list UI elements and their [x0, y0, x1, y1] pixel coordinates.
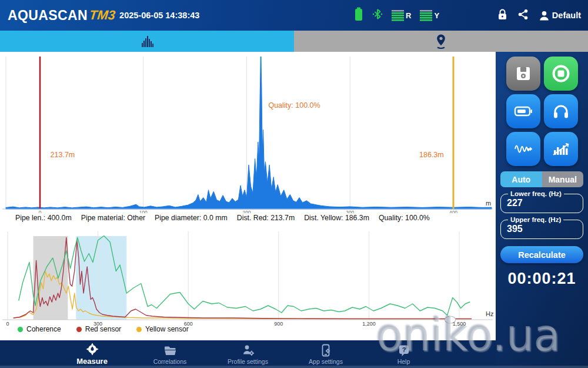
freq-mode-toggle: Auto Manual — [500, 171, 583, 187]
floppy-icon — [515, 65, 532, 82]
correlation-chart[interactable]: 0100200300400213.7mQuality: 100.0%186.3m… — [0, 53, 496, 213]
user-icon — [539, 10, 550, 21]
red-sensor-dot-icon — [76, 327, 82, 332]
nav-label-profile-settings: Profile settings — [228, 358, 268, 365]
nav-label-correlations: Correlations — [153, 358, 187, 365]
bars-icon — [552, 141, 570, 157]
legend-item-red-sensor: Red sensor — [76, 325, 121, 333]
svg-text:300: 300 — [346, 210, 354, 213]
pipe-info-bar: Pipe len.: 400.0m Pipe material: Other P… — [0, 213, 496, 223]
lower-freq-field[interactable]: Lower freq. (Hz) 227 — [500, 190, 583, 213]
header-actions: Default — [497, 0, 581, 31]
histogram-icon — [138, 35, 156, 48]
battery-icon — [354, 6, 363, 24]
nav-item-correlations[interactable]: Correlations — [132, 340, 208, 368]
headphones-icon — [552, 103, 570, 120]
nav-label-help: Help — [397, 358, 410, 365]
signal-y-label: Y — [434, 11, 439, 20]
svg-text:?: ? — [402, 346, 406, 353]
measure-icon — [86, 343, 99, 356]
battery-icon — [514, 105, 533, 117]
main-content: 0100200300400213.7mQuality: 100.0%186.3m… — [0, 52, 496, 368]
upper-freq-label: Upper freq. (Hz) — [508, 216, 563, 223]
coherence-chart[interactable]: 03006009001,2001,500Hz — [0, 224, 496, 327]
pipe-diameter-value: Pipe diameter: 0.0 mm — [155, 214, 228, 222]
svg-text:m: m — [486, 200, 491, 207]
save-button[interactable] — [506, 57, 540, 91]
distance-yellow-value: Dist. Yellow: 186.3m — [304, 214, 369, 222]
lower-freq-label: Lower freq. (Hz) — [508, 190, 564, 197]
home-indicator — [0, 366, 588, 368]
lock-icon[interactable] — [497, 8, 507, 23]
help-bubble-icon: ? — [397, 344, 410, 357]
brand-logo: AQUASCAN — [8, 8, 88, 24]
nav-label-app-settings: App settings — [309, 358, 343, 365]
svg-text:0: 0 — [39, 210, 42, 213]
signal-r-label: R — [406, 11, 411, 20]
svg-text:Quality: 100.0%: Quality: 100.0% — [268, 101, 320, 110]
lower-freq-value[interactable]: 227 — [507, 198, 577, 208]
wave-icon — [514, 141, 533, 157]
signal-y-indicator: Y — [420, 9, 439, 21]
svg-text:1,200: 1,200 — [362, 321, 376, 327]
user-gear-icon — [242, 344, 255, 357]
brand-suffix-logo: TM3 — [89, 8, 116, 23]
filter-button[interactable] — [506, 132, 540, 166]
datetime-label: 2025-06-05 14:38:43 — [119, 11, 199, 20]
stop-icon — [551, 64, 571, 84]
svg-text:400: 400 — [449, 210, 457, 213]
folder-icon — [163, 344, 177, 357]
svg-text:100: 100 — [139, 210, 148, 213]
upper-freq-value[interactable]: 395 — [507, 224, 577, 234]
nav-item-profile-settings[interactable]: Profile settings — [210, 340, 286, 368]
app-root: AQUASCAN TM3 2025-06-05 14:38:43 R Y — [0, 0, 588, 368]
svg-text:0: 0 — [6, 321, 9, 327]
bluetooth-icon — [372, 8, 383, 23]
pipe-length-value: Pipe len.: 400.0m — [15, 214, 72, 222]
legend-item-coherence: Coherence — [18, 325, 61, 333]
chart-legend: Coherence Red sensor Yellow sensor — [0, 325, 496, 333]
quality-value: Quality: 100.0% — [379, 214, 430, 222]
manual-mode-button[interactable]: Manual — [542, 171, 584, 187]
tab-location[interactable] — [294, 31, 588, 52]
battery-button[interactable] — [506, 94, 540, 128]
signal-r-indicator: R — [392, 9, 411, 21]
stop-button[interactable] — [544, 57, 578, 91]
sidebar-button-grid — [496, 52, 588, 166]
phone-gear-icon — [319, 344, 332, 357]
map-pin-icon — [435, 34, 447, 49]
control-sidebar: Auto Manual Lower freq. (Hz) 227 Upper f… — [496, 52, 588, 368]
share-icon[interactable] — [517, 9, 529, 22]
measurement-timer: 00:00:21 — [496, 270, 588, 288]
nav-item-app-settings[interactable]: App settings — [288, 340, 364, 368]
nav-label-measure: Measure — [76, 357, 108, 366]
legend-item-yellow-sensor: Yellow sensor — [136, 325, 189, 333]
distance-red-value: Dist. Red: 213.7m — [237, 214, 295, 222]
upper-freq-field[interactable]: Upper freq. (Hz) 395 — [500, 216, 583, 239]
svg-text:900: 900 — [274, 321, 283, 327]
nav-item-measure[interactable]: Measure — [54, 340, 131, 368]
pipe-material-value: Pipe material: Other — [81, 214, 145, 222]
profile-label: Default — [552, 11, 581, 20]
svg-text:200: 200 — [242, 210, 250, 213]
auto-mode-button[interactable]: Auto — [500, 171, 542, 187]
tab-correlation[interactable] — [0, 31, 294, 52]
status-icons: R Y — [354, 0, 439, 31]
svg-text:186.3m: 186.3m — [419, 151, 444, 159]
bottom-navigation: Measure Correlations Profile settings Ap… — [0, 340, 496, 368]
headphones-button[interactable] — [544, 94, 578, 128]
yellow-sensor-dot-icon — [136, 327, 142, 332]
nav-item-help[interactable]: ? Help — [366, 340, 442, 368]
spectrum-button[interactable] — [544, 132, 578, 166]
svg-text:Hz: Hz — [486, 310, 493, 317]
recalculate-button[interactable]: Recalculate — [500, 246, 583, 263]
svg-text:1,500: 1,500 — [453, 321, 466, 327]
tab-bar — [0, 31, 588, 52]
top-bar: AQUASCAN TM3 2025-06-05 14:38:43 R Y — [0, 0, 588, 31]
coherence-dot-icon — [18, 327, 23, 332]
svg-text:213.7m: 213.7m — [51, 151, 75, 159]
profile-menu[interactable]: Default — [539, 10, 581, 21]
